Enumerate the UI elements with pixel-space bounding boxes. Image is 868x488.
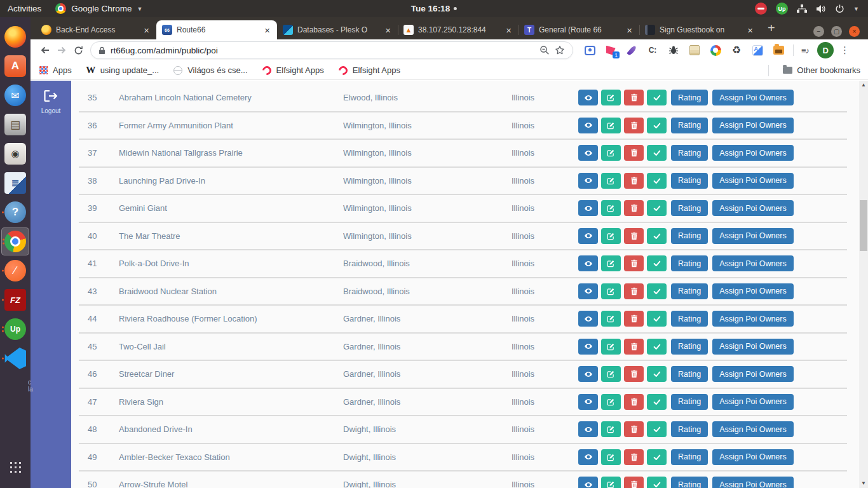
bookmark-star-icon[interactable] [555,45,565,55]
scroll-down-arrow[interactable]: ▼ [861,479,866,488]
browser-tab[interactable]: ▲38.107.250.128:844× [398,20,519,39]
assign-poi-owners-button[interactable]: Assign Poi Owners [712,228,794,244]
view-button[interactable] [578,228,598,244]
delete-button[interactable] [624,311,644,327]
bug-extension-icon[interactable] [667,44,680,57]
zoom-icon[interactable] [539,45,550,55]
approve-button[interactable] [647,228,667,244]
browser-menu-icon[interactable]: ⋮ [840,44,850,56]
rating-button[interactable]: Rating [671,394,708,410]
delete-button[interactable] [624,173,644,189]
minimize-button[interactable]: − [813,26,824,37]
edit-button[interactable] [601,366,621,382]
feather-pen-extension-icon[interactable] [625,44,638,57]
rating-button[interactable]: Rating [671,311,708,327]
dock-item-thunderbird[interactable]: ✉ [1,81,29,109]
show-applications-button[interactable] [10,461,21,473]
edit-button[interactable] [601,228,621,244]
edit-button[interactable] [601,118,621,133]
other-bookmarks-button[interactable]: Other bookmarks [783,65,860,75]
edit-button[interactable] [601,173,621,189]
address-bar[interactable]: rt66ug.com/admin/public/poi [90,41,573,59]
rating-button[interactable]: Rating [671,173,708,189]
delete-button[interactable] [624,339,644,355]
approve-button[interactable] [647,173,667,189]
browser-tab[interactable]: Databases - Plesk O× [277,20,398,39]
bookmark-item[interactable]: Világos és cse... [173,65,247,76]
approve-button[interactable] [647,339,667,355]
scroll-up-arrow[interactable]: ▲ [861,81,866,90]
assign-poi-owners-button[interactable]: Assign Poi Owners [712,255,794,271]
maximize-button[interactable]: ▢ [831,26,842,37]
assign-poi-owners-button[interactable]: Assign Poi Owners [712,477,794,488]
edit-button[interactable] [601,283,621,299]
assign-poi-owners-button[interactable]: Assign Poi Owners [712,200,794,216]
focused-app-menu[interactable]: Google Chrome [71,4,132,13]
approve-button[interactable] [647,200,667,216]
delete-button[interactable] [624,200,644,216]
delete-button[interactable] [624,449,644,465]
delete-button[interactable] [624,283,644,299]
assign-poi-owners-button[interactable]: Assign Poi Owners [712,173,794,189]
edit-button[interactable] [601,394,621,410]
tab-close-button[interactable]: × [746,25,754,36]
view-button[interactable] [578,200,598,216]
dock-item-postman[interactable]: ∕ [1,257,29,285]
view-button[interactable] [578,366,598,382]
scrollbar-thumb[interactable] [860,200,867,251]
browser-tab[interactable]: 66Route66× [156,20,277,39]
assign-poi-owners-button[interactable]: Assign Poi Owners [712,449,794,465]
activities-button[interactable]: Activities [8,4,41,13]
edit-button[interactable] [601,449,621,465]
tab-close-button[interactable]: × [625,25,634,36]
tab-close-button[interactable]: × [384,25,392,36]
logout-icon[interactable] [43,89,58,103]
new-tab-button[interactable]: + [760,21,783,39]
rating-button[interactable]: Rating [671,228,708,244]
back-button[interactable] [37,44,53,56]
assign-poi-owners-button[interactable]: Assign Poi Owners [712,118,794,133]
view-button[interactable] [578,118,598,133]
browser-tab[interactable]: Back-End Access× [36,20,156,39]
approve-button[interactable] [647,90,667,105]
screen-capture-extension-icon[interactable] [583,44,596,57]
view-button[interactable] [578,421,598,437]
assign-poi-owners-button[interactable]: Assign Poi Owners [712,421,794,437]
rating-button[interactable]: Rating [671,449,708,465]
delete-button[interactable] [624,255,644,271]
dock-item-help[interactable]: ? [1,198,29,226]
approve-button[interactable] [647,421,667,437]
approve-button[interactable] [647,118,667,133]
assign-poi-owners-button[interactable]: Assign Poi Owners [712,283,794,299]
dock-item-vscode[interactable] [1,344,29,372]
bookmark-item[interactable]: Wusing update_... [86,65,159,76]
session-folder-extension-icon[interactable] [772,44,785,57]
view-button[interactable] [578,283,598,299]
volume-icon[interactable] [816,4,826,13]
approve-button[interactable] [647,449,667,465]
assign-poi-owners-button[interactable]: Assign Poi Owners [712,394,794,410]
tab-close-button[interactable]: × [142,25,151,36]
rating-button[interactable]: Rating [671,118,708,133]
network-icon[interactable] [797,4,807,13]
dock-item-chrome[interactable] [1,227,29,255]
notification-extension-icon[interactable]: 1 [604,44,617,57]
dock-item-filezilla[interactable]: FZ [1,286,29,314]
translate-extension-icon[interactable]: A [751,44,764,57]
approve-button[interactable] [647,366,667,382]
view-button[interactable] [578,394,598,410]
dock-item-ubuntu-software[interactable]: A [1,52,29,80]
edit-button[interactable] [601,255,621,271]
tab-close-button[interactable]: × [263,25,271,36]
edit-button[interactable] [601,145,621,161]
delete-button[interactable] [624,477,644,488]
rating-button[interactable]: Rating [671,255,708,271]
edit-button[interactable] [601,311,621,327]
rating-button[interactable]: Rating [671,477,708,488]
approve-button[interactable] [647,394,667,410]
view-button[interactable] [578,90,598,105]
assign-poi-owners-button[interactable]: Assign Poi Owners [712,366,794,382]
rating-button[interactable]: Rating [671,366,708,382]
profile-avatar[interactable]: D [817,42,834,58]
rating-button[interactable]: Rating [671,90,708,105]
